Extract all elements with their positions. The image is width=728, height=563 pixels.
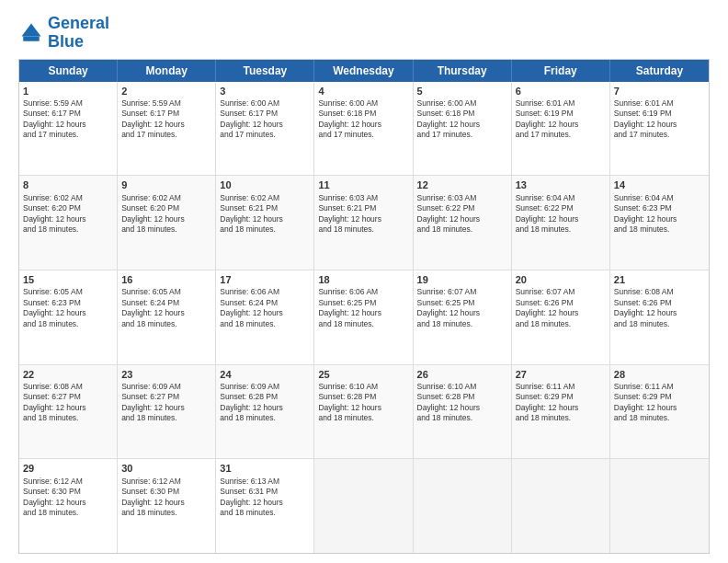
day-info: Sunrise: 6:07 AMSunset: 6:26 PMDaylight:… — [516, 287, 606, 329]
calendar-cell-day-15: 15Sunrise: 6:05 AMSunset: 6:23 PMDayligh… — [19, 270, 118, 364]
calendar-cell-empty — [414, 459, 512, 553]
calendar-cell-day-21: 21Sunrise: 6:08 AMSunset: 6:26 PMDayligh… — [610, 270, 709, 364]
day-info: Sunrise: 6:12 AMSunset: 6:30 PMDaylight:… — [121, 477, 211, 519]
calendar: SundayMondayTuesdayWednesdayThursdayFrid… — [18, 59, 710, 554]
day-info: Sunrise: 5:59 AMSunset: 6:17 PMDaylight:… — [121, 98, 211, 141]
logo: General Blue — [18, 15, 109, 52]
calendar-cell-day-31: 31Sunrise: 6:13 AMSunset: 6:31 PMDayligh… — [216, 459, 314, 553]
weekday-header-sunday: Sunday — [19, 60, 118, 82]
day-number: 18 — [318, 273, 408, 286]
calendar-cell-day-1: 1Sunrise: 5:59 AMSunset: 6:17 PMDaylight… — [19, 82, 118, 176]
calendar-cell-day-12: 12Sunrise: 6:03 AMSunset: 6:22 PMDayligh… — [414, 176, 512, 270]
day-info: Sunrise: 6:01 AMSunset: 6:19 PMDaylight:… — [516, 98, 606, 141]
calendar-cell-day-17: 17Sunrise: 6:06 AMSunset: 6:24 PMDayligh… — [216, 270, 314, 364]
calendar-cell-day-23: 23Sunrise: 6:09 AMSunset: 6:27 PMDayligh… — [118, 365, 216, 459]
calendar-cell-day-3: 3Sunrise: 6:00 AMSunset: 6:17 PMDaylight… — [216, 82, 314, 176]
calendar-row-1: 8Sunrise: 6:02 AMSunset: 6:20 PMDaylight… — [19, 175, 709, 270]
calendar-cell-day-11: 11Sunrise: 6:03 AMSunset: 6:21 PMDayligh… — [314, 176, 413, 270]
calendar-cell-day-14: 14Sunrise: 6:04 AMSunset: 6:23 PMDayligh… — [610, 176, 709, 270]
day-number: 2 — [121, 85, 211, 98]
day-number: 12 — [417, 178, 507, 191]
day-info: Sunrise: 6:04 AMSunset: 6:23 PMDaylight:… — [614, 193, 705, 236]
calendar-cell-day-16: 16Sunrise: 6:05 AMSunset: 6:24 PMDayligh… — [118, 270, 216, 364]
calendar-cell-day-6: 6Sunrise: 6:01 AMSunset: 6:19 PMDaylight… — [512, 82, 610, 176]
calendar-cell-day-22: 22Sunrise: 6:08 AMSunset: 6:27 PMDayligh… — [19, 365, 118, 459]
calendar-cell-day-29: 29Sunrise: 6:12 AMSunset: 6:30 PMDayligh… — [19, 459, 118, 553]
day-number: 7 — [614, 85, 705, 98]
day-number: 16 — [121, 273, 211, 286]
day-number: 6 — [516, 85, 606, 98]
calendar-row-0: 1Sunrise: 5:59 AMSunset: 6:17 PMDaylight… — [19, 82, 709, 176]
day-number: 4 — [318, 85, 408, 98]
day-number: 5 — [417, 85, 507, 98]
calendar-row-4: 29Sunrise: 6:12 AMSunset: 6:30 PMDayligh… — [19, 458, 709, 553]
day-info: Sunrise: 6:08 AMSunset: 6:26 PMDaylight:… — [614, 287, 705, 329]
day-number: 17 — [220, 273, 310, 286]
day-number: 31 — [220, 462, 310, 475]
day-number: 29 — [23, 462, 113, 475]
day-info: Sunrise: 6:10 AMSunset: 6:28 PMDaylight:… — [318, 382, 408, 424]
calendar-cell-day-8: 8Sunrise: 6:02 AMSunset: 6:20 PMDaylight… — [19, 176, 118, 270]
svg-marker-0 — [22, 23, 41, 36]
calendar-cell-day-9: 9Sunrise: 6:02 AMSunset: 6:20 PMDaylight… — [118, 176, 216, 270]
calendar-header: SundayMondayTuesdayWednesdayThursdayFrid… — [19, 60, 709, 82]
calendar-cell-day-20: 20Sunrise: 6:07 AMSunset: 6:26 PMDayligh… — [512, 270, 610, 364]
day-info: Sunrise: 6:00 AMSunset: 6:17 PMDaylight:… — [220, 98, 310, 141]
calendar-cell-empty — [512, 459, 610, 553]
day-number: 24 — [220, 368, 310, 381]
day-number: 21 — [614, 273, 705, 286]
header: General Blue — [18, 15, 710, 52]
calendar-cell-day-24: 24Sunrise: 6:09 AMSunset: 6:28 PMDayligh… — [216, 365, 314, 459]
weekday-header-thursday: Thursday — [414, 60, 512, 82]
day-info: Sunrise: 6:04 AMSunset: 6:22 PMDaylight:… — [516, 193, 606, 236]
day-number: 27 — [516, 368, 606, 381]
weekday-header-tuesday: Tuesday — [216, 60, 314, 82]
day-info: Sunrise: 6:03 AMSunset: 6:21 PMDaylight:… — [318, 193, 408, 236]
day-info: Sunrise: 6:06 AMSunset: 6:25 PMDaylight:… — [318, 287, 408, 329]
calendar-body: 1Sunrise: 5:59 AMSunset: 6:17 PMDaylight… — [19, 82, 709, 553]
day-number: 30 — [121, 462, 211, 475]
day-number: 28 — [614, 368, 705, 381]
day-info: Sunrise: 6:09 AMSunset: 6:28 PMDaylight:… — [220, 382, 310, 424]
day-number: 15 — [23, 273, 113, 286]
calendar-cell-day-28: 28Sunrise: 6:11 AMSunset: 6:29 PMDayligh… — [610, 365, 709, 459]
calendar-cell-day-18: 18Sunrise: 6:06 AMSunset: 6:25 PMDayligh… — [314, 270, 413, 364]
day-number: 23 — [121, 368, 211, 381]
calendar-cell-day-27: 27Sunrise: 6:11 AMSunset: 6:29 PMDayligh… — [512, 365, 610, 459]
calendar-cell-day-25: 25Sunrise: 6:10 AMSunset: 6:28 PMDayligh… — [314, 365, 413, 459]
weekday-header-monday: Monday — [118, 60, 216, 82]
day-number: 20 — [516, 273, 606, 286]
calendar-cell-day-10: 10Sunrise: 6:02 AMSunset: 6:21 PMDayligh… — [216, 176, 314, 270]
calendar-cell-day-26: 26Sunrise: 6:10 AMSunset: 6:28 PMDayligh… — [414, 365, 512, 459]
calendar-row-3: 22Sunrise: 6:08 AMSunset: 6:27 PMDayligh… — [19, 364, 709, 459]
day-info: Sunrise: 6:02 AMSunset: 6:20 PMDaylight:… — [23, 193, 113, 236]
day-info: Sunrise: 6:13 AMSunset: 6:31 PMDaylight:… — [220, 477, 310, 519]
day-number: 10 — [220, 178, 310, 191]
svg-rect-1 — [23, 36, 40, 40]
day-info: Sunrise: 6:10 AMSunset: 6:28 PMDaylight:… — [417, 382, 507, 424]
calendar-cell-day-13: 13Sunrise: 6:04 AMSunset: 6:22 PMDayligh… — [512, 176, 610, 270]
day-number: 13 — [516, 178, 606, 191]
day-number: 14 — [614, 178, 705, 191]
day-number: 26 — [417, 368, 507, 381]
weekday-header-saturday: Saturday — [610, 60, 709, 82]
day-info: Sunrise: 6:05 AMSunset: 6:24 PMDaylight:… — [121, 287, 211, 329]
day-number: 25 — [318, 368, 408, 381]
weekday-header-friday: Friday — [512, 60, 610, 82]
day-number: 11 — [318, 178, 408, 191]
day-info: Sunrise: 6:08 AMSunset: 6:27 PMDaylight:… — [23, 382, 113, 424]
weekday-header-wednesday: Wednesday — [314, 60, 413, 82]
page: General Blue SundayMondayTuesdayWednesda… — [0, 0, 728, 563]
logo-icon — [18, 20, 44, 46]
day-number: 19 — [417, 273, 507, 286]
day-info: Sunrise: 6:00 AMSunset: 6:18 PMDaylight:… — [417, 98, 507, 141]
calendar-row-2: 15Sunrise: 6:05 AMSunset: 6:23 PMDayligh… — [19, 270, 709, 364]
calendar-cell-day-5: 5Sunrise: 6:00 AMSunset: 6:18 PMDaylight… — [414, 82, 512, 176]
day-info: Sunrise: 6:03 AMSunset: 6:22 PMDaylight:… — [417, 193, 507, 236]
day-info: Sunrise: 6:02 AMSunset: 6:21 PMDaylight:… — [220, 193, 310, 236]
calendar-cell-day-2: 2Sunrise: 5:59 AMSunset: 6:17 PMDaylight… — [118, 82, 216, 176]
calendar-cell-day-30: 30Sunrise: 6:12 AMSunset: 6:30 PMDayligh… — [118, 459, 216, 553]
day-info: Sunrise: 6:07 AMSunset: 6:25 PMDaylight:… — [417, 287, 507, 329]
day-number: 22 — [23, 368, 113, 381]
calendar-cell-day-19: 19Sunrise: 6:07 AMSunset: 6:25 PMDayligh… — [414, 270, 512, 364]
